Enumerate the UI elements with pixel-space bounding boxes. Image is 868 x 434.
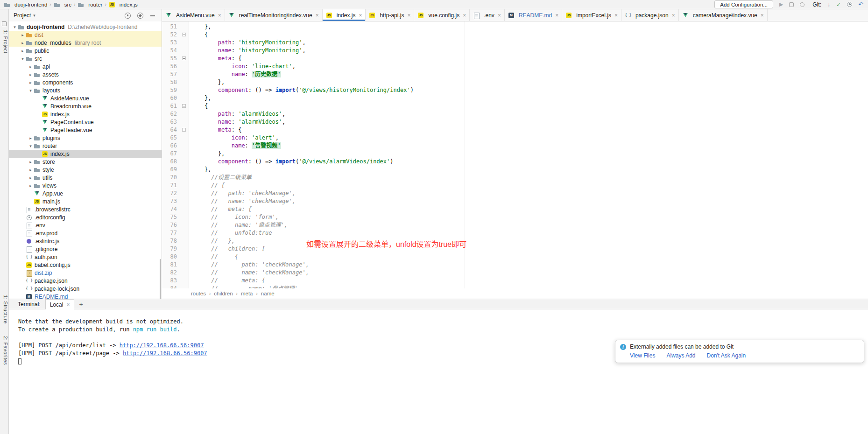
line-number[interactable]: 72 xyxy=(162,189,180,197)
tab-close-icon[interactable]: × xyxy=(463,12,466,19)
code-line[interactable]: 57 name: '历史数据' xyxy=(162,70,868,78)
line-number[interactable]: 53 xyxy=(162,39,180,47)
breadcrumb-item[interactable]: duoji-frontend xyxy=(3,1,48,8)
fold-marker-icon[interactable] xyxy=(182,56,186,60)
breadcrumb-item[interactable]: src xyxy=(53,1,72,8)
tree-item[interactable]: ▸utils xyxy=(9,174,162,182)
tab-close-icon[interactable]: × xyxy=(498,12,501,19)
rollback-icon[interactable]: ↶ xyxy=(858,1,863,7)
tree-item[interactable]: README.md xyxy=(9,293,162,299)
fold-gutter[interactable] xyxy=(180,174,189,182)
tab-close-icon[interactable]: × xyxy=(218,12,221,19)
fold-gutter[interactable] xyxy=(180,134,189,142)
line-number[interactable]: 52 xyxy=(162,31,180,39)
chevron-right-icon[interactable]: ▸ xyxy=(20,33,26,37)
line-number[interactable]: 83 xyxy=(162,277,180,285)
chevron-right-icon[interactable]: ▸ xyxy=(28,168,34,172)
line-number[interactable]: 70 xyxy=(162,174,180,182)
line-number[interactable]: 57 xyxy=(162,70,180,78)
line-number[interactable]: 61 xyxy=(162,102,180,110)
fold-gutter[interactable] xyxy=(180,182,189,189)
line-number[interactable]: 78 xyxy=(162,237,180,245)
tree-item[interactable]: auth.json xyxy=(9,253,162,261)
line-number[interactable]: 76 xyxy=(162,221,180,229)
code-line[interactable]: 83 // meta: { xyxy=(162,277,868,285)
fold-marker-icon[interactable] xyxy=(182,104,186,108)
chevron-down-icon[interactable]: ▾ xyxy=(33,13,35,18)
tool-window-button-project[interactable]: 1: Project xyxy=(0,30,8,53)
fold-gutter[interactable] xyxy=(180,285,189,288)
code-line[interactable]: 80 // { xyxy=(162,253,868,261)
project-tool-icon[interactable] xyxy=(2,21,7,26)
code-line[interactable]: 79 // children: [ xyxy=(162,245,868,253)
tool-window-button-favorites[interactable]: 2: Favorites xyxy=(0,336,8,365)
editor-tab[interactable]: package.json× xyxy=(621,9,679,21)
project-scrollbar-thumb[interactable] xyxy=(160,259,161,299)
code-line[interactable]: 66 name: '告警视频' xyxy=(162,142,868,150)
fold-gutter[interactable] xyxy=(180,213,189,221)
tab-close-icon[interactable]: × xyxy=(672,12,675,19)
fold-gutter[interactable] xyxy=(180,166,189,174)
chevron-right-icon[interactable]: ▸ xyxy=(28,136,34,140)
terminal-tab-local[interactable]: Local × xyxy=(45,299,75,309)
chevron-right-icon[interactable]: ▸ xyxy=(28,183,34,188)
tree-item[interactable]: ▸plugins xyxy=(9,134,162,142)
commit-icon[interactable]: ✓ xyxy=(836,2,841,7)
fold-gutter[interactable] xyxy=(180,86,189,94)
code-line[interactable]: 60 }, xyxy=(162,94,868,102)
editor-breadcrumb-item[interactable]: name xyxy=(261,291,275,296)
line-number[interactable]: 66 xyxy=(162,142,180,150)
line-number[interactable]: 64 xyxy=(162,126,180,134)
line-number[interactable]: 59 xyxy=(162,86,180,94)
fold-gutter[interactable] xyxy=(180,70,189,78)
chevron-down-icon[interactable]: ▾ xyxy=(12,25,18,29)
tab-close-icon[interactable]: × xyxy=(316,12,319,19)
tree-item[interactable]: PageHeader.vue xyxy=(9,126,162,134)
tree-item[interactable]: App.vue xyxy=(9,189,162,197)
code-line[interactable]: 82 // name: 'checkManage', xyxy=(162,269,868,277)
fold-gutter[interactable] xyxy=(180,126,189,134)
editor-breadcrumb-item[interactable]: children xyxy=(214,291,233,296)
tree-item[interactable]: ▸components xyxy=(9,78,162,86)
fold-gutter[interactable] xyxy=(180,237,189,245)
line-number[interactable]: 58 xyxy=(162,78,180,86)
fold-gutter[interactable] xyxy=(180,94,189,102)
tree-item[interactable]: ▾layouts xyxy=(9,86,162,94)
editor-tab[interactable]: vue.config.js× xyxy=(414,9,470,21)
project-panel-title[interactable]: Project xyxy=(14,12,31,19)
line-number[interactable]: 79 xyxy=(162,245,180,253)
code-line[interactable]: 64 meta: { xyxy=(162,126,868,134)
tree-item[interactable]: ▾src xyxy=(9,55,162,63)
editor-breadcrumb-item[interactable]: routes xyxy=(191,291,206,296)
editor-tab[interactable]: .env× xyxy=(470,9,505,21)
code-line[interactable]: 73 // name: 'checkManage', xyxy=(162,197,868,205)
fold-gutter[interactable] xyxy=(180,277,189,285)
chevron-right-icon[interactable]: ▸ xyxy=(20,49,26,53)
fold-gutter[interactable] xyxy=(180,110,189,118)
breadcrumb-item[interactable]: index.js xyxy=(108,1,139,8)
line-number[interactable]: 81 xyxy=(162,261,180,269)
line-number[interactable]: 60 xyxy=(162,94,180,102)
tree-item[interactable]: ▸api xyxy=(9,63,162,70)
tree-item[interactable]: .browserslistrc xyxy=(9,205,162,213)
code-line[interactable]: 59 component: () => import('@/views/hist… xyxy=(162,86,868,94)
tree-item[interactable]: .gitignore xyxy=(9,245,162,253)
tree-item[interactable]: ▸views xyxy=(9,182,162,189)
locate-file-icon[interactable] xyxy=(125,13,131,19)
code-line[interactable]: 74 // meta: { xyxy=(162,205,868,213)
history-icon[interactable] xyxy=(847,2,852,7)
fold-marker-icon[interactable] xyxy=(182,128,186,132)
build-icon[interactable] xyxy=(789,2,794,7)
fold-gutter[interactable] xyxy=(180,150,189,158)
editor-tab[interactable]: importExcel.js× xyxy=(562,9,621,21)
terminal-link[interactable]: http://192.168.66.56:9007 xyxy=(120,342,204,349)
code-line[interactable]: 67 }, xyxy=(162,150,868,158)
fold-gutter[interactable] xyxy=(180,39,189,47)
fold-gutter[interactable] xyxy=(180,118,189,126)
chevron-right-icon[interactable]: ▸ xyxy=(28,72,34,77)
tree-item[interactable]: Breadcrumb.vue xyxy=(9,102,162,110)
debug-icon[interactable] xyxy=(800,2,804,7)
tab-close-icon[interactable]: × xyxy=(359,12,362,19)
code-line[interactable]: 62 path: 'alarmVideos', xyxy=(162,110,868,118)
code-line[interactable]: 77 // unfold:true xyxy=(162,229,868,237)
